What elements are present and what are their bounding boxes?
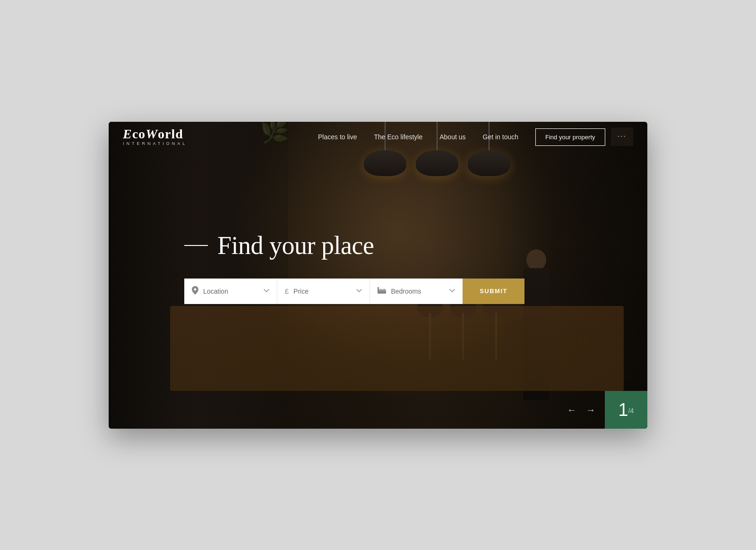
slide-counter: 1/4 xyxy=(605,391,647,429)
next-slide-button[interactable]: → xyxy=(586,405,595,415)
nav-link-cta[interactable]: Find your property xyxy=(535,128,605,146)
hero-decorative-bar xyxy=(184,245,208,246)
nav-link-about[interactable]: About us xyxy=(439,133,465,141)
main-nav: EcoWorld INTERNATIONAL Places to live Th… xyxy=(109,122,647,152)
chat-dots-icon: ··· xyxy=(618,132,627,141)
logo-tagline: INTERNATIONAL xyxy=(123,142,187,146)
bedrooms-chevron-icon xyxy=(449,288,455,295)
svg-rect-1 xyxy=(378,287,379,291)
bedrooms-label: Bedrooms xyxy=(391,288,445,295)
nav-item-cta[interactable]: Find your property xyxy=(535,133,605,141)
current-slide: 1 xyxy=(619,400,628,420)
prev-slide-button[interactable]: ← xyxy=(567,405,576,415)
search-form: Location £ Price xyxy=(184,279,524,304)
hero-title-line: Find your place xyxy=(184,231,572,259)
logo[interactable]: EcoWorld INTERNATIONAL xyxy=(123,127,187,146)
hero-section: EcoWorld INTERNATIONAL Places to live Th… xyxy=(109,122,647,429)
nav-link-contact[interactable]: Get in touch xyxy=(483,133,519,141)
hero-title: Find your place xyxy=(217,231,374,259)
browser-frame: EcoWorld INTERNATIONAL Places to live Th… xyxy=(109,122,647,429)
svg-rect-3 xyxy=(383,289,386,291)
logo-eco: EcoWorld xyxy=(123,127,183,141)
price-chevron-icon xyxy=(356,288,362,295)
slider-navigation: ← → xyxy=(567,405,595,415)
search-submit-button[interactable]: SUBMIT xyxy=(463,279,524,304)
location-dropdown[interactable]: Location xyxy=(184,279,277,304)
location-label: Location xyxy=(203,288,259,295)
nav-item-places[interactable]: Places to live xyxy=(318,133,357,141)
nav-item-about[interactable]: About us xyxy=(439,133,465,141)
nav-link-eco[interactable]: The Eco lifestyle xyxy=(374,133,423,141)
svg-rect-2 xyxy=(379,289,382,291)
bed-icon xyxy=(378,287,386,296)
price-dropdown[interactable]: £ Price xyxy=(277,279,370,304)
nav-item-contact[interactable]: Get in touch xyxy=(483,133,519,141)
bedrooms-dropdown[interactable]: Bedrooms xyxy=(370,279,463,304)
counter-display: 1/4 xyxy=(619,401,634,419)
total-slides: /4 xyxy=(628,406,634,414)
nav-item-eco[interactable]: The Eco lifestyle xyxy=(374,133,423,141)
location-pin-icon xyxy=(192,286,198,296)
nav-link-places[interactable]: Places to live xyxy=(318,133,357,141)
chat-button[interactable]: ··· xyxy=(611,127,634,146)
hero-content: Find your place Location xyxy=(109,231,647,304)
price-label: Price xyxy=(293,288,352,295)
location-chevron-icon xyxy=(264,288,269,295)
pound-icon: £ xyxy=(285,287,289,295)
bar-table xyxy=(170,306,624,391)
nav-links: Places to live The Eco lifestyle About u… xyxy=(318,133,605,141)
